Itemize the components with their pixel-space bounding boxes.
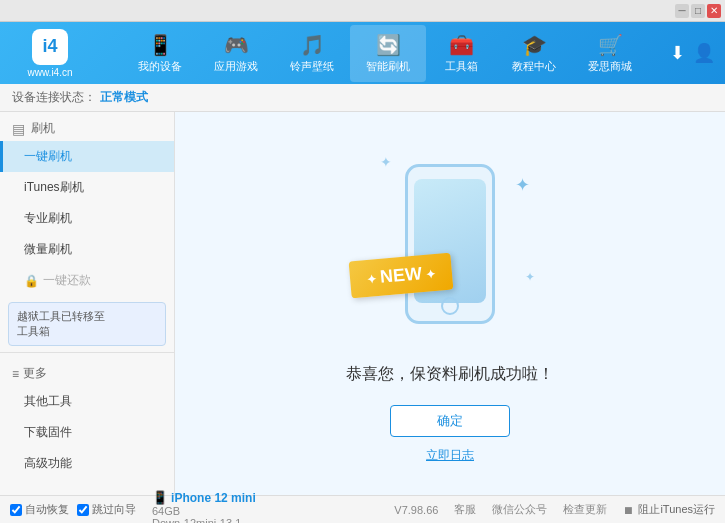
more-section-icon: ≡ [12,367,19,381]
status-bar: 设备连接状态： 正常模式 [0,84,725,112]
nav-shop[interactable]: 🛒 爱思商城 [572,25,648,82]
nav-my-device-label: 我的设备 [138,59,182,74]
sidebar-item-one-click-restore: 🔒 一键还款 [0,265,174,296]
sidebar-info-box: 越狱工具已转移至工具箱 [8,302,166,346]
maximize-button[interactable]: □ [691,4,705,18]
status-label: 设备连接状态： [12,89,96,106]
status-value: 正常模式 [100,89,148,106]
auto-restore-input[interactable] [10,504,22,516]
app-games-icon: 🎮 [224,33,249,57]
logo-sub: www.i4.cn [27,67,72,78]
sidebar-item-micro-flash[interactable]: 微量刷机 [0,234,174,265]
smart-shop-icon: 🔄 [376,33,401,57]
sidebar-item-itunes-flash[interactable]: iTunes刷机 [0,172,174,203]
device-name: iPhone 12 mini [171,491,256,505]
nav-smart-shop-label: 智能刷机 [366,59,410,74]
nav-toolbox[interactable]: 🧰 工具箱 [426,25,496,82]
stop-icon: ⏹ [623,504,634,516]
log-link[interactable]: 立即日志 [426,447,474,464]
download-button[interactable]: ⬇ [670,42,685,64]
sidebar-section-flash: ▤ 刷机 [0,112,174,141]
success-message: 恭喜您，保资料刷机成功啦！ [346,364,554,385]
nav-shop-label: 爱思商城 [588,59,632,74]
logo-icon: i4 [32,29,68,65]
device-info: 📱 iPhone 12 mini 64GB Down-12mini-13,1 [152,490,256,523]
device-storage: 64GB [152,505,180,517]
sidebar-item-other-tools[interactable]: 其他工具 [0,386,174,417]
skip-wizard-input[interactable] [77,504,89,516]
main-content: ✦ ✦ ✦ NEW 恭喜您，保资料刷机成功啦！ 确定 立即日志 [175,112,725,495]
close-button[interactable]: ✕ [707,4,721,18]
sidebar-item-download-firmware[interactable]: 下载固件 [0,417,174,448]
shop-icon: 🛒 [598,33,623,57]
ringtone-icon: 🎵 [300,33,325,57]
user-button[interactable]: 👤 [693,42,715,64]
nav-bar: 📱 我的设备 🎮 应用游戏 🎵 铃声壁纸 🔄 智能刷机 🧰 工具箱 🎓 教程中心… [100,25,670,82]
phone-illustration [405,164,495,324]
stop-itunes-button[interactable]: ⏹ 阻止iTunes运行 [623,502,715,517]
main-layout: ▤ 刷机 一键刷机 iTunes刷机 专业刷机 微量刷机 🔒 一键还款 越狱工具… [0,112,725,495]
nav-app-games[interactable]: 🎮 应用游戏 [198,25,274,82]
tutorial-icon: 🎓 [522,33,547,57]
check-update-link[interactable]: 检查更新 [563,502,607,517]
nav-ringtone[interactable]: 🎵 铃声壁纸 [274,25,350,82]
device-version: Down-12mini-13,1 [152,517,241,523]
sidebar: ▤ 刷机 一键刷机 iTunes刷机 专业刷机 微量刷机 🔒 一键还款 越狱工具… [0,112,175,495]
title-bar: ─ □ ✕ [0,0,725,22]
header-right: ⬇ 👤 [670,42,715,64]
phone-home-button [441,297,459,315]
sparkle-2: ✦ [515,174,530,196]
confirm-button[interactable]: 确定 [390,405,510,437]
sidebar-item-advanced[interactable]: 高级功能 [0,448,174,479]
nav-smart-shop[interactable]: 🔄 智能刷机 [350,25,426,82]
sidebar-item-one-click-flash[interactable]: 一键刷机 [0,141,174,172]
success-illustration: ✦ ✦ ✦ NEW [360,144,540,344]
nav-ringtone-label: 铃声壁纸 [290,59,334,74]
sparkle-1: ✦ [380,154,392,170]
flash-section-icon: ▤ [12,121,25,137]
skip-wizard-checkbox[interactable]: 跳过向导 [77,502,136,517]
bottom-left: 自动恢复 跳过向导 📱 iPhone 12 mini 64GB Down-12m… [10,490,256,523]
version-text: V7.98.66 [394,504,438,516]
nav-toolbox-label: 工具箱 [445,59,478,74]
my-device-icon: 📱 [148,33,173,57]
nav-my-device[interactable]: 📱 我的设备 [122,25,198,82]
device-icon: 📱 [152,490,168,505]
logo: i4 www.i4.cn [10,29,90,78]
header: i4 www.i4.cn 📱 我的设备 🎮 应用游戏 🎵 铃声壁纸 🔄 智能刷机… [0,22,725,84]
auto-restore-checkbox[interactable]: 自动恢复 [10,502,69,517]
nav-tutorial[interactable]: 🎓 教程中心 [496,25,572,82]
sidebar-item-pro-flash[interactable]: 专业刷机 [0,203,174,234]
lock-icon: 🔒 [24,274,39,288]
support-link[interactable]: 客服 [454,502,476,517]
sparkle-3: ✦ [525,270,535,284]
bottom-bar: 自动恢复 跳过向导 📱 iPhone 12 mini 64GB Down-12m… [0,495,725,523]
nav-tutorial-label: 教程中心 [512,59,556,74]
minimize-button[interactable]: ─ [675,4,689,18]
sidebar-section-more: ≡ 更多 [0,357,174,386]
wechat-link[interactable]: 微信公众号 [492,502,547,517]
nav-app-games-label: 应用游戏 [214,59,258,74]
toolbox-icon: 🧰 [449,33,474,57]
bottom-right: V7.98.66 客服 微信公众号 检查更新 ⏹ 阻止iTunes运行 [394,502,715,517]
